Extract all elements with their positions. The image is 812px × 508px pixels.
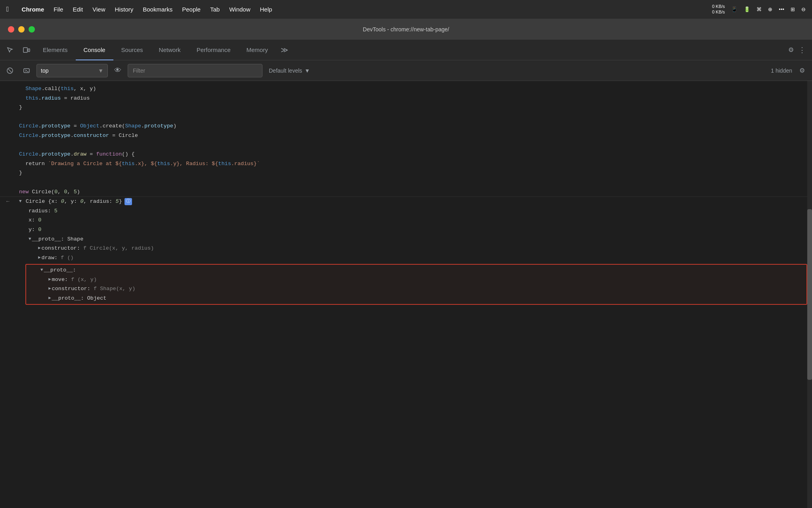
network-stats: 0 KB/s0 KB/s <box>712 4 725 14</box>
expand-triangle-proto-obj[interactable]: ► <box>48 295 51 302</box>
select-tool-icon[interactable] <box>2 40 18 60</box>
tab-sources-label: Sources <box>121 46 143 53</box>
control-center-icon: ⊞ <box>791 6 795 12</box>
console-toolbar: top ▼ 👁 Default levels ▼ 1 hidden ⚙ <box>0 60 812 81</box>
window-title: DevTools - chrome://new-tab-page/ <box>363 26 449 33</box>
code-line-5: Circle.prototype.constructor = Circle <box>0 131 812 140</box>
execute-script-icon[interactable] <box>20 64 33 77</box>
battery-icon: 🔋 <box>744 6 750 12</box>
tab-network[interactable]: Network <box>151 40 189 60</box>
code-line-7: return `Drawing a Circle at ${this.x}, $… <box>0 159 812 169</box>
airdrop-icon: ⊕ <box>768 6 772 12</box>
devtools-tabbar: Elements Console Sources Network Perform… <box>0 40 812 60</box>
expand-triangle-constructor[interactable]: ► <box>38 245 41 252</box>
more-tabs-button[interactable]: ≫ <box>276 40 293 60</box>
collapse-triangle-proto[interactable]: ▼ <box>29 236 31 243</box>
code-line-blank2 <box>0 140 812 150</box>
menu-edit[interactable]: Edit <box>73 6 83 13</box>
hidden-count-area: 1 hidden ⚙ <box>771 64 809 77</box>
menu-tab[interactable]: Tab <box>210 6 220 13</box>
tab-memory[interactable]: Memory <box>239 40 276 60</box>
devtools-settings-area: ⚙ ⋮ <box>782 40 812 60</box>
clear-console-button[interactable] <box>3 64 17 77</box>
context-label: top <box>41 67 48 74</box>
proto-shape: ▼ __proto__: Shape <box>0 235 812 244</box>
expand-triangle-draw[interactable]: ► <box>38 254 41 262</box>
power-icon: ⊖ <box>801 6 806 12</box>
hidden-count: 1 hidden <box>771 67 792 74</box>
info-badge[interactable]: ⓘ <box>124 198 132 205</box>
scrollbar-thumb[interactable] <box>807 209 812 380</box>
devtools-more-icon[interactable]: ⋮ <box>799 46 806 54</box>
more-icon: ••• <box>779 6 784 12</box>
return-arrow: ← <box>6 198 10 206</box>
tab-performance-label: Performance <box>197 46 231 53</box>
prop-move: ► move: f (x, y) <box>26 275 806 285</box>
settings-gear-icon[interactable]: ⚙ <box>788 46 794 54</box>
phone-icon: 📱 <box>731 6 737 12</box>
tab-console-label: Console <box>84 46 105 53</box>
prop-radius: radius: 5 <box>0 206 812 216</box>
menu-file[interactable]: File <box>54 6 63 13</box>
svg-rect-0 <box>23 48 27 52</box>
tab-sources[interactable]: Sources <box>113 40 151 60</box>
filter-input[interactable] <box>128 64 262 77</box>
menu-people[interactable]: People <box>182 6 201 13</box>
code-line-1: Shape.call(this, x, y) <box>0 84 812 94</box>
result-line: ← ▼ Circle {x: 0, y: 0, radius: 5} ⓘ <box>0 196 812 206</box>
code-line-8: } <box>0 168 812 178</box>
proto-proto-header: ▼ __proto__: <box>26 266 806 275</box>
levels-label: Default levels <box>269 67 302 74</box>
menu-bookmarks[interactable]: Bookmarks <box>143 6 172 13</box>
menu-help[interactable]: Help <box>260 6 272 13</box>
eye-icon[interactable]: 👁 <box>111 64 124 77</box>
code-line-2: this.radius = radius <box>0 94 812 103</box>
tab-performance[interactable]: Performance <box>189 40 239 60</box>
wifi-icon: ⌘ <box>756 6 762 12</box>
result-obj-label: Circle {x: <box>23 197 61 206</box>
close-button[interactable] <box>8 26 14 33</box>
levels-dropdown[interactable]: Default levels ▼ <box>266 67 313 74</box>
window-controls <box>8 26 35 33</box>
code-line-new-circle: new Circle(0, 0, 5) <box>0 187 812 197</box>
minimize-button[interactable] <box>18 26 25 33</box>
context-selector[interactable]: top ▼ <box>36 64 108 77</box>
tab-network-label: Network <box>159 46 181 53</box>
menu-view[interactable]: View <box>92 6 105 13</box>
code-line-blank3 <box>0 178 812 187</box>
collapse-triangle-circle[interactable]: ▼ <box>19 198 22 205</box>
collapse-triangle-proto2[interactable]: ▼ <box>40 267 43 274</box>
expand-triangle-move[interactable]: ► <box>48 276 51 283</box>
context-dropdown-icon: ▼ <box>98 67 103 74</box>
result-wrapper: ← ▼ Circle {x: 0, y: 0, radius: 5} ⓘ <box>0 196 812 206</box>
tab-memory-label: Memory <box>247 46 268 53</box>
menubar:  Chrome File Edit View History Bookmark… <box>0 0 812 19</box>
apple-icon[interactable]:  <box>6 5 9 13</box>
svg-rect-1 <box>28 49 30 52</box>
prop-draw: ► draw: f () <box>0 253 812 263</box>
console-output: Shape.call(this, x, y) this.radius = rad… <box>0 81 812 508</box>
chrome-window: DevTools - chrome://new-tab-page/ Elemen… <box>0 19 812 508</box>
prop-y: y: 0 <box>0 225 812 235</box>
code-line-4: Circle.prototype = Object.create(Shape.p… <box>0 121 812 131</box>
code-line-3: } <box>0 103 812 112</box>
scrollbar-track <box>807 81 812 508</box>
menu-chrome[interactable]: Chrome <box>22 6 44 13</box>
svg-line-3 <box>8 69 11 72</box>
prop-constructor2: ► constructor: f Shape(x, y) <box>26 284 806 294</box>
device-toggle-icon[interactable] <box>18 40 35 60</box>
tab-elements-label: Elements <box>43 46 68 53</box>
menu-window[interactable]: Window <box>229 6 250 13</box>
console-settings-icon[interactable]: ⚙ <box>795 64 809 77</box>
prop-constructor: ► constructor: f Circle(x, y, radius) <box>0 244 812 253</box>
prop-x: x: 0 <box>0 216 812 225</box>
title-bar: DevTools - chrome://new-tab-page/ <box>0 19 812 40</box>
menu-history[interactable]: History <box>115 6 134 13</box>
tab-elements[interactable]: Elements <box>35 40 76 60</box>
code-line-6: Circle.prototype.draw = function() { <box>0 150 812 159</box>
menubar-right: 0 KB/s0 KB/s 📱 🔋 ⌘ ⊕ ••• ⊞ ⊖ <box>712 4 806 14</box>
maximize-button[interactable] <box>29 26 35 33</box>
tab-console[interactable]: Console <box>76 40 113 60</box>
expand-triangle-constructor2[interactable]: ► <box>48 285 51 292</box>
highlighted-proto-group: ▼ __proto__: ► move: f (x, y) ► construc… <box>25 264 807 304</box>
